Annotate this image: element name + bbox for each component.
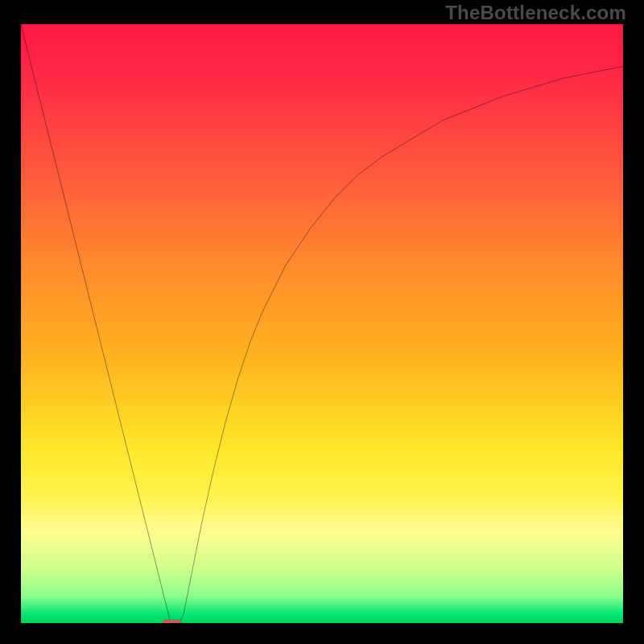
background-gradient [21,24,623,623]
optimal-point-marker [162,619,181,623]
svg-rect-0 [21,24,623,623]
chart-frame: TheBottleneck.com [0,0,644,644]
plot-area [21,24,623,623]
watermark-text: TheBottleneck.com [445,2,626,24]
